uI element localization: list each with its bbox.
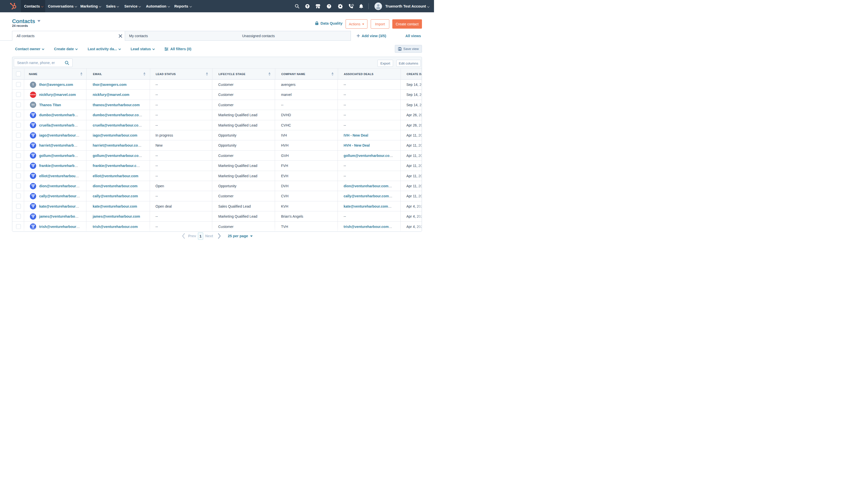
svg-text:?: ?: [328, 4, 330, 8]
